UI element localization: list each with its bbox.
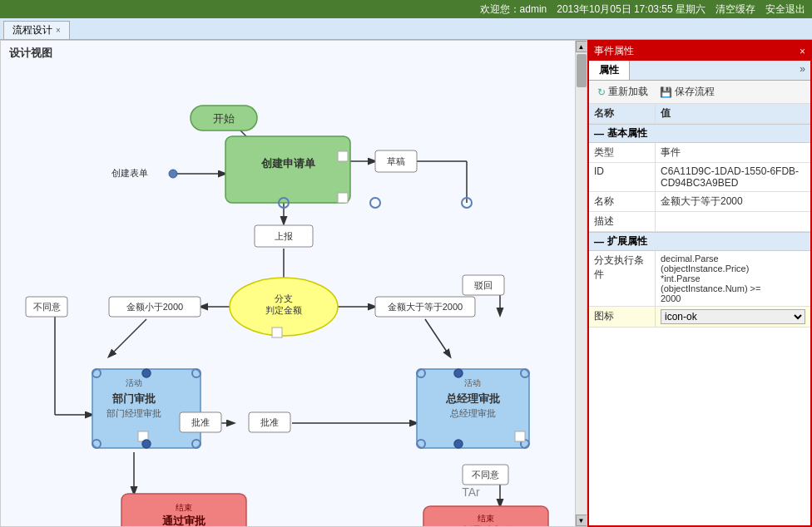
prop-row-branch-cond: 分支执行条件 decimal.Parse (objectInstance.Pri…: [589, 251, 810, 307]
svg-line-9: [109, 319, 146, 357]
panel-toolbar: ↻ 重新加载 💾 保存流程: [589, 81, 810, 104]
section-extended-label: 扩展属性: [607, 234, 647, 249]
svg-text:批准: 批准: [260, 417, 279, 427]
topbar: 欢迎您：admin 2013年10月05日 17:03:55 星期六 清空缓存 …: [0, 0, 812, 18]
prop-label-id: ID: [589, 163, 656, 191]
prop-row-icon: 图标 icon-ok icon-info icon-warning: [589, 307, 810, 328]
panel-close-button[interactable]: ×: [800, 46, 805, 57]
workflow-diagram[interactable]: 开始 创建申请单 创建表单 草稿 上报 驳回 分支: [1, 41, 567, 527]
save-label: 保存流程: [675, 85, 715, 99]
prop-value-name: 金额大于等于2000: [656, 192, 810, 211]
section-collapse-icon[interactable]: —: [594, 128, 604, 140]
svg-text:活动: 活动: [464, 378, 481, 387]
canvas-area[interactable]: 设计视图: [0, 40, 587, 527]
prop-value-desc: [656, 212, 810, 231]
tab-properties[interactable]: 属性: [589, 61, 630, 80]
tab-close-button[interactable]: ×: [56, 26, 61, 35]
svg-text:草稿: 草稿: [387, 156, 405, 166]
right-panel: 事件属性 × 属性 » ↻ 重新加载 💾 保存流程 名称 值: [587, 40, 812, 527]
clear-cache-link[interactable]: 清空缓存: [715, 2, 755, 17]
svg-text:部门经理审批: 部门经理审批: [106, 408, 161, 418]
panel-table: 名称 值 — 基本属性 类型 事件 ID C6A11D9C-1DAD-1550-…: [589, 104, 810, 525]
svg-text:TAr: TAr: [462, 485, 480, 499]
svg-text:结束: 结束: [478, 514, 494, 523]
svg-text:总经理审批: 总经理审批: [449, 408, 496, 418]
svg-text:金额大于等于2000: 金额大于等于2000: [388, 302, 463, 312]
reload-button[interactable]: ↻ 重新加载: [594, 84, 651, 100]
prop-label-icon: 图标: [589, 307, 656, 327]
svg-point-30: [370, 198, 380, 208]
svg-rect-41: [272, 328, 282, 337]
section-extended-collapse-icon[interactable]: —: [594, 236, 604, 248]
svg-text:创建表单: 创建表单: [111, 168, 148, 178]
tabbar: 流程设计 ×: [0, 18, 812, 40]
svg-text:部门审批: 部门审批: [112, 392, 156, 405]
canvas-scrollbar[interactable]: ▲ ▼: [575, 41, 587, 526]
prop-label-branch-cond: 分支执行条件: [589, 251, 656, 306]
datetime-text: 2013年10月05日 17:03:55 星期六: [557, 2, 706, 17]
refresh-icon: ↻: [597, 86, 606, 98]
scroll-down-button[interactable]: ▼: [576, 515, 587, 526]
svg-text:批准: 批准: [191, 417, 210, 427]
svg-rect-23: [225, 136, 350, 203]
prop-row-name: 名称 金额大于等于2000: [589, 192, 810, 212]
svg-text:结束: 结束: [176, 503, 192, 512]
prop-value-branch-cond[interactable]: decimal.Parse (objectInstance.Price) *in…: [656, 251, 810, 306]
svg-text:活动: 活动: [126, 378, 142, 387]
reload-label: 重新加载: [608, 85, 648, 99]
main-layout: 设计视图: [0, 40, 812, 527]
svg-point-56: [142, 369, 151, 377]
svg-text:驳回: 驳回: [474, 280, 493, 290]
section-basic-header: — 基本属性: [589, 124, 810, 143]
section-basic-label: 基本属性: [607, 126, 647, 140]
save-flow-button[interactable]: 💾 保存流程: [656, 84, 718, 100]
panel-header: 事件属性 ×: [589, 42, 810, 61]
svg-rect-25: [338, 193, 348, 203]
svg-rect-71: [515, 431, 525, 441]
tab-item[interactable]: 流程设计 ×: [3, 21, 70, 39]
prop-row-desc: 描述: [589, 212, 810, 232]
prop-value-icon[interactable]: icon-ok icon-info icon-warning: [656, 307, 810, 327]
prop-value-id: C6A11D9C-1DAD-1550-6FDB-CD94BC3A9BED: [656, 163, 810, 191]
welcome-text: 欢迎您：admin: [480, 2, 547, 17]
tab-label: 流程设计: [12, 23, 52, 37]
svg-point-70: [454, 369, 463, 377]
svg-point-27: [169, 170, 177, 178]
prop-header-row: 名称 值: [589, 104, 810, 124]
section-extended-header: — 扩展属性: [589, 232, 810, 251]
svg-text:金额小于2000: 金额小于2000: [126, 302, 183, 312]
svg-text:通过审批: 通过审批: [162, 515, 205, 527]
prop-label-desc: 描述: [589, 212, 656, 231]
tab-expand-icon[interactable]: »: [795, 61, 810, 80]
svg-text:上报: 上报: [275, 231, 293, 241]
prop-value-type: 事件: [656, 143, 810, 162]
icon-select[interactable]: icon-ok icon-info icon-warning: [661, 309, 805, 324]
prop-row-type: 类型 事件: [589, 143, 810, 163]
svg-text:分支: 分支: [275, 293, 293, 303]
col-value-header: 值: [656, 104, 810, 123]
col-name-header: 名称: [589, 104, 656, 123]
svg-text:不同意: 不同意: [472, 470, 499, 480]
logout-link[interactable]: 安全退出: [765, 2, 805, 17]
svg-point-82: [142, 440, 151, 448]
svg-text:总经理审批: 总经理审批: [445, 392, 500, 405]
svg-text:创建申请单: 创建申请单: [260, 157, 316, 170]
svg-rect-33: [338, 151, 348, 161]
svg-line-10: [425, 319, 450, 357]
panel-tabs: 属性 »: [589, 61, 810, 81]
svg-text:不同意: 不同意: [33, 302, 61, 312]
prop-label-type: 类型: [589, 143, 656, 162]
save-icon: 💾: [660, 86, 672, 98]
prop-row-id: ID C6A11D9C-1DAD-1550-6FDB-CD94BC3A9BED: [589, 163, 810, 192]
svg-text:判定金额: 判定金额: [265, 305, 302, 315]
panel-title: 事件属性: [594, 44, 634, 58]
prop-label-name: 名称: [589, 192, 656, 211]
svg-point-83: [454, 440, 463, 448]
scroll-up-button[interactable]: ▲: [576, 41, 587, 52]
scroll-thumb[interactable]: [577, 54, 587, 87]
svg-text:开始: 开始: [213, 112, 235, 125]
